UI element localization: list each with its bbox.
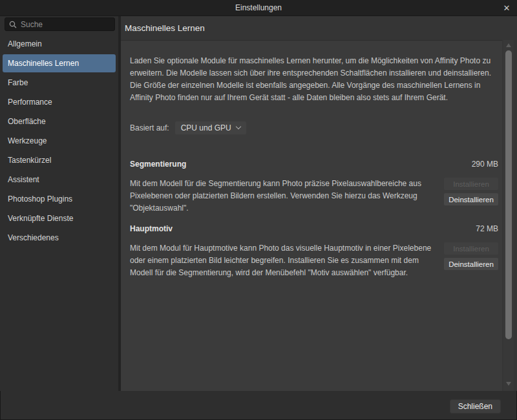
intro-text: Laden Sie optionale Module für maschinel… [130,55,496,104]
sidebar-item-verknuepfte-dienste[interactable]: Verknüpfte Dienste [3,209,116,227]
sidebar-item-label: Tastenkürzel [8,156,51,165]
install-button: Installieren [444,178,498,190]
scrollbar-thumb[interactable] [505,50,512,339]
sidebar-item-verschiedenes[interactable]: Verschiedenes [3,229,116,247]
sidebar-item-label: Allgemein [8,39,42,48]
based-on-label: Basiert auf: [130,123,169,132]
sidebar-item-label: Farbe [8,78,28,87]
sidebar-item-tastenkuerzel[interactable]: Tastenkürzel [3,151,116,169]
search-box[interactable] [5,17,115,31]
scroll-down-icon[interactable] [506,382,511,386]
close-button[interactable]: Schließen [450,399,501,414]
sidebar-item-allgemein[interactable]: Allgemein [3,35,116,53]
titlebar: Einstellungen ✕ [0,0,517,16]
sidebar-item-oberflaeche[interactable]: Oberfläche [3,112,116,131]
search-icon [9,21,17,28]
sidebar-item-label: Verknüpfte Dienste [8,214,73,223]
section-description: Mit dem Modell für die Segmentierung kan… [130,178,441,215]
page-title: Maschinelles Lernen [125,23,205,33]
sidebar-item-label: Verschiedenes [8,233,59,242]
sidebar-item-werkzeuge[interactable]: Werkzeuge [3,132,116,150]
sidebar-item-maschinelles-lernen[interactable]: Maschinelles Lernen [3,54,116,72]
install-button: Installieren [444,242,498,255]
sidebar-item-label: Oberfläche [8,117,46,126]
window-title: Einstellungen [235,3,282,12]
sidebar-item-photoshop-plugins[interactable]: Photoshop Plugins [3,190,116,208]
sidebar-item-label: Photoshop Plugins [8,194,72,204]
model-size: 290 MB [472,160,498,169]
preferences-nav: Allgemein Maschinelles Lernen Farbe Perf… [3,35,116,248]
hauptmotiv-buttons: Installieren Deinstallieren [444,242,498,273]
sidebar-item-label: Maschinelles Lernen [8,59,79,68]
sidebar-item-label: Werkzeuge [8,136,47,145]
section-header-hauptmotiv: Hauptmotiv 72 MB [130,224,498,233]
sidebar: Allgemein Maschinelles Lernen Farbe Perf… [0,16,118,391]
close-icon[interactable]: ✕ [501,2,512,14]
based-on-row: Basiert auf: CPU und GPU [130,121,246,134]
sidebar-item-label: Performance [8,98,52,107]
sidebar-item-farbe[interactable]: Farbe [3,74,116,92]
uninstall-button[interactable]: Deinstallieren [444,193,498,205]
chevron-down-icon [235,124,240,129]
section-header-segmentierung: Segmentierung 290 MB [130,160,498,169]
section-description: Mit dem Modul für Hauptmotive kann Photo… [130,242,441,279]
hardware-select-value: CPU und GPU [181,123,231,132]
model-size: 72 MB [476,224,498,233]
sidebar-item-performance[interactable]: Performance [3,93,116,111]
scrollbar[interactable] [503,40,514,391]
ml-settings-panel: Laden Sie optionale Module für maschinel… [121,40,502,391]
preferences-window: { "window": { "title": "Einstellungen", … [0,0,517,420]
uninstall-button[interactable]: Deinstallieren [444,258,498,270]
search-input[interactable] [21,20,111,29]
section-title: Hauptmotiv [130,224,173,233]
main-panel: Maschinelles Lernen Laden Sie optionale … [121,16,517,391]
scroll-up-icon[interactable] [506,43,511,47]
segmentierung-buttons: Installieren Deinstallieren [444,178,498,209]
sidebar-item-assistent[interactable]: Assistent [3,171,116,189]
section-title: Segmentierung [130,160,186,169]
sidebar-item-label: Assistent [8,175,39,184]
hardware-select[interactable]: CPU und GPU [175,121,246,134]
